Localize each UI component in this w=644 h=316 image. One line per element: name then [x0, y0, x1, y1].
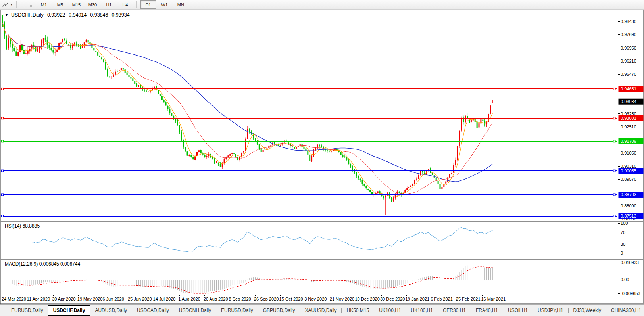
tab-GER30-H1[interactable]: GER30,H1 — [438, 306, 471, 315]
collapse-chart-icon[interactable]: ▼ — [5, 13, 8, 17]
ohlc-close: 0.93934 — [111, 12, 129, 18]
tab-AUDUSD-Daily[interactable]: AUDUSD,Daily — [90, 306, 132, 315]
svg-text:25 Feb 2021: 25 Feb 2021 — [456, 297, 481, 301]
symbol-period-label: USDCHF,Daily — [11, 12, 44, 18]
level-handle[interactable] — [2, 170, 4, 172]
svg-text:0.87513: 0.87513 — [621, 214, 636, 218]
svg-text:26 Sep 2020: 26 Sep 2020 — [254, 297, 279, 301]
svg-text:6 Feb 2021: 6 Feb 2021 — [431, 297, 453, 301]
ohlc-low: 0.93846 — [90, 12, 108, 18]
svg-text:0.97690: 0.97690 — [621, 32, 636, 37]
svg-text:0.98430: 0.98430 — [621, 19, 636, 24]
line-study-icon[interactable] — [2, 2, 9, 8]
level-handle[interactable] — [2, 215, 4, 217]
svg-text:25 Jun 2020: 25 Jun 2020 — [128, 297, 152, 301]
svg-text:6 Jun 2020: 6 Jun 2020 — [102, 297, 124, 301]
svg-text:30 Apr 2020: 30 Apr 2020 — [52, 297, 75, 301]
svg-text:1 Aug 2020: 1 Aug 2020 — [178, 297, 200, 301]
level-handle[interactable] — [2, 88, 4, 90]
timeframe-toolbar: ▼ M1M5M15M30H1H4D1W1MN — [0, 0, 644, 10]
svg-text:-0.009653: -0.009653 — [621, 291, 640, 296]
svg-text:19 Jan 2021: 19 Jan 2021 — [406, 297, 430, 301]
svg-text:0.93934: 0.93934 — [621, 99, 636, 104]
timeframe-button-H1[interactable]: H1 — [101, 0, 117, 9]
svg-text:3 Nov 2020: 3 Nov 2020 — [304, 297, 327, 301]
timeframe-button-MN[interactable]: MN — [173, 0, 188, 9]
svg-text:10 Dec 2020: 10 Dec 2020 — [355, 297, 379, 301]
svg-text:0.96950: 0.96950 — [621, 46, 636, 50]
tab-HK50-M15[interactable]: HK50,M15 — [342, 306, 374, 315]
tab-FRA40-H1[interactable]: FRA40,H1 — [471, 306, 503, 315]
tab-CHINA300-H1[interactable]: CHINA300,H1 — [606, 306, 644, 315]
chart-canvas[interactable]: 0.984300.976900.969500.962100.954700.932… — [0, 0, 644, 316]
toolbar-separator — [16, 1, 17, 8]
svg-text:16 Mar 2021: 16 Mar 2021 — [481, 297, 506, 301]
level-handle[interactable] — [613, 170, 615, 172]
svg-text:100: 100 — [621, 221, 628, 226]
toolbar-grip-handle[interactable] — [30, 2, 32, 8]
level-handle[interactable] — [613, 117, 615, 119]
svg-text:24 Mar 2020: 24 Mar 2020 — [2, 297, 26, 301]
svg-text:0.89570: 0.89570 — [621, 177, 636, 182]
level-handle[interactable] — [2, 117, 4, 119]
chart-tab-bar: EURUSD,DailyUSDCHF,DailyAUDUSD,DailyUSDC… — [0, 304, 644, 316]
tab-EURUSD-Daily[interactable]: EURUSD,Daily — [216, 306, 258, 315]
timeframe-button-M5[interactable]: M5 — [52, 0, 68, 9]
svg-text:11 Apr 2020: 11 Apr 2020 — [27, 297, 50, 301]
timeframe-button-H4[interactable]: H4 — [117, 0, 133, 9]
svg-text:0.88703: 0.88703 — [621, 192, 636, 197]
svg-text:30: 30 — [621, 242, 625, 247]
svg-text:30 Dec 2020: 30 Dec 2020 — [380, 297, 405, 301]
toolbar-separator — [136, 1, 137, 8]
tab-USDCAD-Daily[interactable]: USDCAD,Daily — [132, 306, 174, 315]
level-handle[interactable] — [2, 194, 4, 196]
tab-UK100-H1[interactable]: UK100,H1 — [406, 306, 438, 315]
rsi-label: RSI(14) 68.8885 — [5, 223, 40, 229]
tab-EURUSD-Daily[interactable]: EURUSD,Daily — [6, 306, 48, 315]
svg-text:0.96210: 0.96210 — [621, 59, 636, 63]
tab-USDCNH-Daily[interactable]: USDCNH,Daily — [174, 306, 216, 315]
svg-text:0.93001: 0.93001 — [621, 116, 636, 121]
svg-text:8 Sep 2020: 8 Sep 2020 — [229, 297, 251, 301]
svg-text:20 Aug 2020: 20 Aug 2020 — [204, 297, 228, 301]
svg-text:0.91709: 0.91709 — [621, 139, 636, 144]
tab-USDJPY-H1[interactable]: USDJPY,H1 — [533, 306, 568, 315]
tab-USOil-H1[interactable]: USOil,H1 — [503, 306, 533, 315]
timeframe-button-M30[interactable]: M30 — [85, 0, 100, 9]
level-handle[interactable] — [613, 88, 615, 90]
chevron-down-icon[interactable]: ▼ — [10, 3, 13, 6]
chart-title: ▼ USDCHF,Daily 0.93922 0.94014 0.93846 0… — [5, 12, 130, 18]
tab-UK100-H1[interactable]: UK100,H1 — [374, 306, 406, 315]
svg-text:0.94651: 0.94651 — [621, 86, 636, 91]
level-handle[interactable] — [613, 215, 615, 217]
level-handle[interactable] — [613, 140, 615, 142]
macd-label: MACD(12,26,9) 0.006845 0.006744 — [5, 261, 80, 267]
level-handle[interactable] — [2, 140, 4, 142]
timeframe-button-D1[interactable]: D1 — [140, 0, 156, 9]
svg-text:0.00: 0.00 — [621, 277, 629, 282]
svg-text:0.88090: 0.88090 — [621, 203, 636, 208]
timeframe-button-M15[interactable]: M15 — [69, 0, 84, 9]
svg-text:21 Nov 2020: 21 Nov 2020 — [330, 297, 354, 301]
svg-text:0.95470: 0.95470 — [621, 72, 636, 77]
svg-text:0: 0 — [621, 251, 623, 255]
tab-USDCHF-Daily[interactable]: USDCHF,Daily — [48, 305, 90, 316]
timeframe-button-M1[interactable]: M1 — [36, 0, 52, 9]
tab-GBPUSD-Daily[interactable]: GBPUSD,Daily — [258, 306, 300, 315]
svg-text:0.92510: 0.92510 — [621, 124, 636, 129]
svg-text:19 May 2020: 19 May 2020 — [77, 297, 103, 301]
svg-text:0.91050: 0.91050 — [621, 151, 636, 155]
svg-text:0.90055: 0.90055 — [621, 169, 636, 173]
tab-XAUUSD-Daily[interactable]: XAUUSD,Daily — [300, 306, 341, 315]
svg-text:0.010933: 0.010933 — [621, 260, 639, 265]
timeframe-button-W1[interactable]: W1 — [157, 0, 172, 9]
svg-text:15 Oct 2020: 15 Oct 2020 — [279, 297, 303, 301]
ohlc-high: 0.94014 — [69, 12, 87, 18]
svg-text:70: 70 — [621, 230, 625, 235]
svg-text:14 Jul 2020: 14 Jul 2020 — [153, 297, 176, 301]
tab-DJ30-Weekly[interactable]: DJ30,Weekly — [569, 306, 606, 315]
level-handle[interactable] — [613, 194, 615, 196]
ohlc-open: 0.93922 — [47, 12, 65, 18]
